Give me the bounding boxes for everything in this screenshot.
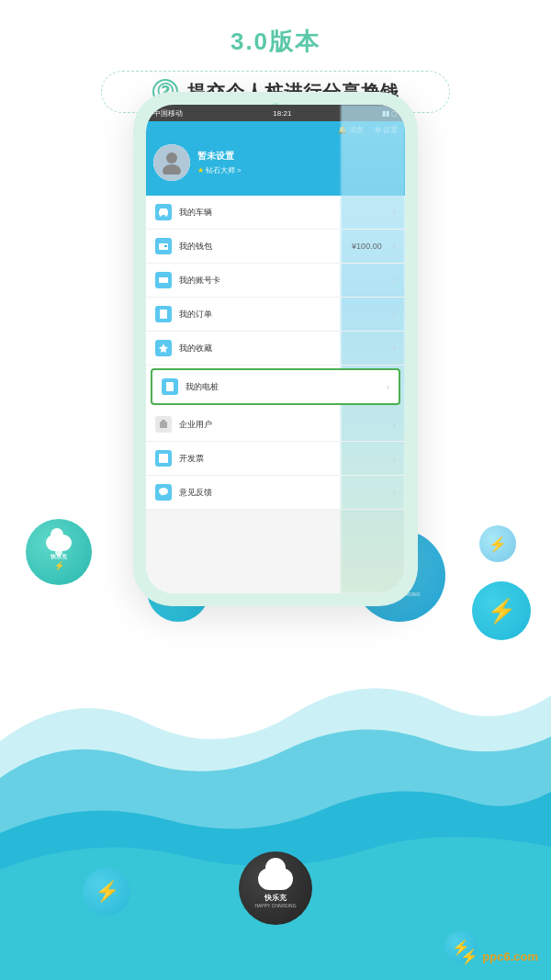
bottom-left-lightning-icon: ⚡ xyxy=(95,880,119,904)
wallet-label: 我的钱包 xyxy=(179,241,344,253)
invoice-label: 开发票 xyxy=(179,453,386,465)
menu-list: 我的车辆 › 我的钱包 ¥100.00 › xyxy=(146,196,405,510)
svg-rect-7 xyxy=(164,245,167,247)
right-lightning-icon: ⚡ xyxy=(487,597,516,625)
phone-screen: 中国移动 18:21 ▮▮ ◻ 🔔 消息 ⚙ 设置 xyxy=(146,105,405,593)
collection-icon xyxy=(155,340,172,356)
bottom-lightning-left[interactable]: ⚡ xyxy=(83,868,130,916)
phone-mockup: 中国移动 18:21 ▮▮ ◻ 🔔 消息 ⚙ 设置 xyxy=(133,92,418,606)
invoice-arrow: › xyxy=(393,454,396,464)
bubble-small-lightning: ⚡ xyxy=(479,525,516,562)
enterprise-icon xyxy=(155,416,172,433)
menu-item-enterprise[interactable]: 企业用户 › xyxy=(146,408,405,442)
carrier-text: 中国移动 xyxy=(153,108,183,118)
feedback-arrow: › xyxy=(393,488,396,498)
menu-item-feedback[interactable]: 意见反馈 › xyxy=(146,476,405,510)
svg-rect-22 xyxy=(161,457,165,458)
svg-rect-16 xyxy=(168,384,172,386)
svg-point-1 xyxy=(163,164,181,175)
order-arrow: › xyxy=(393,310,396,320)
vehicle-arrow: › xyxy=(393,208,396,218)
watermark-text: ppc6.com xyxy=(482,950,538,963)
wallet-arrow: › xyxy=(393,242,396,252)
phone-inner: 中国移动 18:21 ▮▮ ◻ 🔔 消息 ⚙ 设置 xyxy=(146,105,405,593)
enterprise-arrow: › xyxy=(393,420,396,430)
order-icon xyxy=(155,306,172,322)
watermark: ⚡ ppc6.com xyxy=(460,948,538,965)
svg-rect-3 xyxy=(160,208,167,211)
svg-point-0 xyxy=(166,152,177,163)
user-badge: ★ 钻石大师 > xyxy=(197,165,242,175)
collection-arrow: › xyxy=(393,344,396,354)
wallet-icon xyxy=(155,238,172,254)
menu-item-card[interactable]: 我的账号卡 › xyxy=(146,264,405,298)
svg-point-4 xyxy=(160,214,162,216)
wallet-value: ¥100.00 xyxy=(352,242,382,251)
feedback-label: 意见反馈 xyxy=(179,487,386,499)
time-text: 18:21 xyxy=(273,109,291,118)
bubble-left-lightning: ⚡ xyxy=(54,561,64,570)
svg-rect-21 xyxy=(161,456,167,456)
menu-item-wallet[interactable]: 我的钱包 ¥100.00 › xyxy=(146,230,405,264)
svg-rect-13 xyxy=(162,315,164,316)
svg-rect-19 xyxy=(162,420,165,422)
svg-point-24 xyxy=(159,488,168,495)
user-level-text: 钻石大师 xyxy=(206,165,235,175)
svg-rect-9 xyxy=(159,279,168,281)
enterprise-label: 企业用户 xyxy=(179,419,386,431)
menu-item-vehicle[interactable]: 我的车辆 › xyxy=(146,196,405,230)
svg-rect-18 xyxy=(160,422,167,428)
card-arrow: › xyxy=(393,276,396,286)
feedback-icon xyxy=(155,484,172,501)
menu-item-order[interactable]: 我的订单 › xyxy=(146,298,405,332)
svg-marker-14 xyxy=(159,344,168,353)
level-arrow: > xyxy=(237,166,242,175)
invoice-icon xyxy=(155,450,172,467)
svg-rect-11 xyxy=(162,311,166,312)
version-title: 3.0版本 xyxy=(0,26,551,58)
watermark-lightning-icon: ⚡ xyxy=(460,948,478,965)
vehicle-label: 我的车辆 xyxy=(179,207,386,219)
svg-point-5 xyxy=(165,214,167,216)
card-label: 我的账号卡 xyxy=(179,275,386,287)
charger-icon xyxy=(162,378,178,395)
phone-outer: 中国移动 18:21 ▮▮ ◻ 🔔 消息 ⚙ 设置 xyxy=(133,92,418,606)
svg-rect-15 xyxy=(166,382,174,391)
order-label: 我的订单 xyxy=(179,309,386,321)
charger-label: 我的电桩 xyxy=(186,381,379,393)
small-lightning-icon: ⚡ xyxy=(489,535,507,553)
car-icon xyxy=(155,204,172,220)
bubble-left-teal: 快乐充 ⚡ xyxy=(26,519,92,585)
menu-item-collection[interactable]: 我的收藏 › xyxy=(146,332,405,366)
menu-item-invoice[interactable]: 开发票 › xyxy=(146,442,405,476)
menu-item-charger[interactable]: 我的电桩 › xyxy=(151,368,400,405)
bottom-logo-label: 快乐充 xyxy=(264,893,287,903)
avatar xyxy=(153,144,190,181)
charger-arrow: › xyxy=(387,382,389,392)
user-info: 暂未设置 ★ 钻石大师 > xyxy=(197,150,242,175)
svg-rect-12 xyxy=(162,313,166,314)
bottom-logo-sublabel: HAPPY CHARGING xyxy=(254,903,296,908)
user-name-text: 暂未设置 xyxy=(197,150,242,163)
bottom-bar: ⚡ 快乐充 HAPPY CHARGING ⚡ ⚡ ppc6.com xyxy=(0,861,551,980)
card-icon xyxy=(155,272,172,288)
star-icon: ★ xyxy=(197,166,204,175)
bottom-logo-center[interactable]: 快乐充 HAPPY CHARGING xyxy=(239,851,312,925)
svg-rect-23 xyxy=(161,459,163,460)
bubble-right-lightning: ⚡ xyxy=(472,581,531,640)
collection-label: 我的收藏 xyxy=(179,343,386,355)
